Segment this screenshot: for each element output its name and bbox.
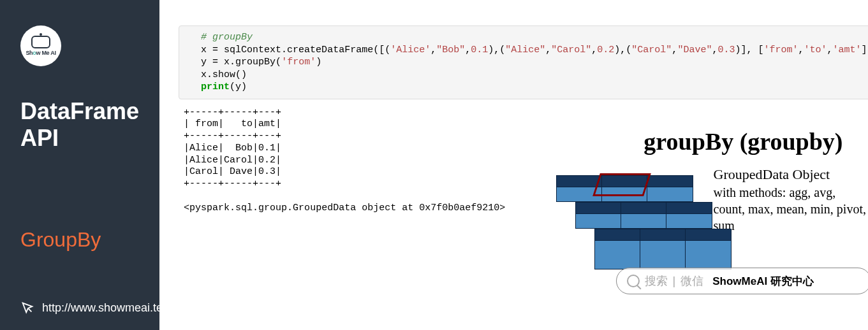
code-block: # groupBy x = sqlContext.createDataFrame… (179, 25, 868, 99)
search-brand: ShowMeAI 研究中心 (712, 274, 814, 289)
page-subtitle: GroupBy (20, 228, 139, 252)
sidebar-panel: Show Me AI DataFrame API GroupBy http://… (0, 0, 159, 330)
site-url: http://www.showmeai.tech/ (42, 301, 178, 315)
main-content: # groupBy x = sqlContext.createDataFrame… (159, 0, 868, 330)
showmeai-logo: Show Me AI (20, 25, 61, 66)
table-layer-1 (556, 175, 693, 202)
cursor-icon (20, 301, 34, 315)
vertical-brand-watermark: ShowMeAI (865, 32, 868, 129)
page-title: DataFrame API (20, 98, 139, 152)
table-layer-3 (594, 229, 732, 269)
grouped-data-description: GroupedData Object with methods: agg, av… (714, 166, 868, 234)
table-layer-2 (575, 202, 712, 229)
site-link[interactable]: http://www.showmeai.tech/ (20, 301, 178, 315)
method-heading: groupBy (groupby) (644, 127, 842, 155)
search-hint-2: 微信 (680, 273, 703, 289)
logo-text: Show Me AI (26, 50, 55, 56)
search-bar[interactable]: 搜索 | 微信 ShowMeAI 研究中心 (616, 268, 868, 294)
grouped-methods: with methods: agg, avg, count, max, mean… (714, 184, 868, 234)
search-separator: | (673, 275, 676, 288)
robot-icon (31, 36, 50, 48)
search-icon (627, 275, 640, 287)
logo-container: Show Me AI (20, 25, 139, 66)
grouped-title: GroupedData Object (714, 166, 868, 184)
search-hint-1: 搜索 (645, 273, 668, 289)
